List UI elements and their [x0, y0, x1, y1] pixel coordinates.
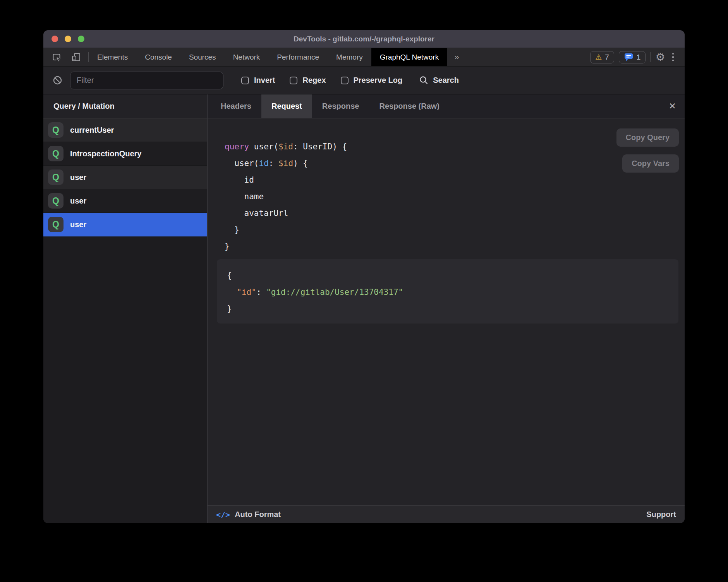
query-list-item[interactable]: Q IntrospectionQuery — [43, 142, 207, 166]
zoom-window-button[interactable] — [78, 36, 84, 42]
detail-panel: Headers Request Response Response (Raw) … — [208, 94, 685, 523]
graphql-query-code: query user($id: UserID) { user(id: $id) … — [225, 139, 347, 255]
invert-checkbox-box[interactable] — [241, 77, 249, 84]
tab-response[interactable]: Response — [312, 94, 369, 118]
message-bubble-icon — [624, 53, 634, 62]
query-sidebar: Query / Mutation Q currentUser Q Introsp… — [43, 94, 208, 523]
detail-tab-bar: Headers Request Response Response (Raw) … — [208, 94, 685, 118]
query-list-item[interactable]: Q currentUser — [43, 118, 207, 142]
query-type-badge: Q — [48, 193, 64, 209]
filter-input[interactable] — [70, 72, 223, 89]
auto-format-icon: </> — [216, 510, 230, 519]
toolbar-icons — [43, 48, 88, 66]
query-list-item[interactable]: Q user — [43, 166, 207, 189]
query-item-label: user — [70, 220, 86, 229]
query-list-item-selected[interactable]: Q user — [43, 213, 207, 236]
tab-network[interactable]: Network — [225, 48, 269, 66]
kebab-menu-icon[interactable] — [670, 53, 676, 62]
regex-label: Regex — [302, 76, 326, 85]
detail-footer: </> Auto Format Support — [208, 505, 685, 523]
close-window-button[interactable] — [52, 36, 58, 42]
devtools-tab-bar: Elements Console Sources Network Perform… — [43, 48, 685, 67]
search-icon — [419, 76, 428, 85]
preserve-log-checkbox-box[interactable] — [341, 77, 349, 84]
query-item-label: user — [70, 173, 86, 182]
copy-vars-button[interactable]: Copy Vars — [622, 154, 679, 173]
invert-checkbox[interactable]: Invert — [241, 76, 275, 85]
support-link[interactable]: Support — [646, 510, 676, 519]
preserve-log-label: Preserve Log — [354, 76, 403, 85]
filter-options: Invert Regex Preserve Log — [241, 76, 402, 85]
settings-gear-icon[interactable]: ⚙ — [655, 52, 665, 63]
request-body: query user($id: UserID) { user(id: $id) … — [208, 118, 685, 505]
query-type-badge: Q — [48, 146, 64, 161]
query-type-badge: Q — [48, 122, 64, 138]
copy-query-button[interactable]: Copy Query — [616, 128, 679, 147]
title-bar: DevTools - gitlab.com/-/graphql-explorer — [43, 30, 685, 48]
warning-count: 7 — [605, 53, 609, 62]
preserve-log-checkbox[interactable]: Preserve Log — [341, 76, 403, 85]
warning-icon: ⚠ — [595, 53, 602, 62]
query-list-item[interactable]: Q user — [43, 189, 207, 213]
tab-sources[interactable]: Sources — [180, 48, 225, 66]
tab-elements[interactable]: Elements — [89, 48, 136, 66]
sidebar-header: Query / Mutation — [43, 94, 207, 118]
close-panel-icon[interactable]: ✕ — [669, 101, 676, 111]
regex-checkbox[interactable]: Regex — [290, 76, 326, 85]
tab-memory[interactable]: Memory — [328, 48, 371, 66]
query-item-label: user — [70, 197, 86, 205]
main-content: Query / Mutation Q currentUser Q Introsp… — [43, 94, 685, 523]
minimize-window-button[interactable] — [65, 36, 71, 42]
sidebar-empty-area — [43, 236, 207, 523]
inspect-element-icon[interactable] — [52, 52, 62, 62]
query-variables-box: { "id": "gid://gitlab/User/13704317"} — [217, 259, 678, 324]
traffic-lights — [52, 30, 84, 48]
warnings-badge[interactable]: ⚠ 7 — [590, 51, 614, 63]
tab-graphql-network[interactable]: GraphQL Network — [371, 48, 447, 66]
clear-block-icon[interactable] — [53, 75, 62, 85]
tab-headers[interactable]: Headers — [211, 94, 261, 118]
issue-count: 1 — [637, 53, 641, 62]
window-title: DevTools - gitlab.com/-/graphql-explorer — [294, 35, 434, 43]
device-toolbar-icon[interactable] — [71, 52, 81, 62]
search-label: Search — [433, 76, 459, 85]
more-tabs-chevron-icon[interactable]: » — [447, 48, 466, 66]
filter-bar: Invert Regex Preserve Log Search — [43, 67, 685, 94]
tab-request[interactable]: Request — [261, 94, 312, 118]
tabbar-right-divider — [650, 52, 651, 62]
auto-format-button[interactable]: Auto Format — [235, 510, 281, 519]
tab-performance[interactable]: Performance — [268, 48, 328, 66]
invert-label: Invert — [254, 76, 275, 85]
regex-checkbox-box[interactable] — [290, 77, 297, 84]
query-variables-code: { "id": "gid://gitlab/User/13704317"} — [227, 267, 668, 317]
query-type-badge: Q — [48, 169, 64, 185]
tabbar-right-controls: ⚠ 7 1 ⚙ — [590, 48, 685, 66]
devtools-window: DevTools - gitlab.com/-/graphql-explorer… — [43, 30, 685, 523]
tab-console[interactable]: Console — [136, 48, 180, 66]
issues-badge[interactable]: 1 — [619, 51, 646, 63]
query-type-badge: Q — [48, 217, 64, 232]
search-control[interactable]: Search — [419, 76, 459, 85]
tab-response-raw[interactable]: Response (Raw) — [369, 94, 450, 118]
query-item-label: IntrospectionQuery — [70, 149, 141, 158]
query-item-label: currentUser — [70, 126, 114, 135]
